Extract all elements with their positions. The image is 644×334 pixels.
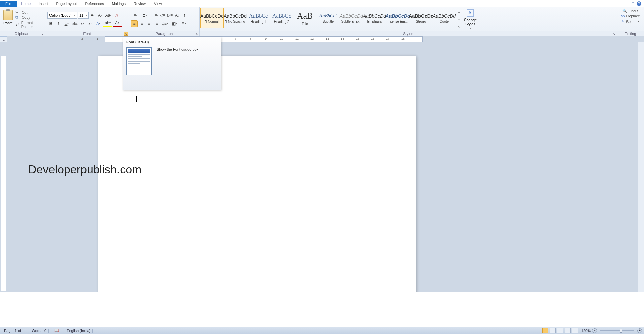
sort-button[interactable]: A↓ (174, 12, 181, 19)
shading-button[interactable]: ◧▾ (170, 20, 179, 27)
paste-button[interactable]: Paste ▾ (2, 10, 14, 29)
cut-button[interactable]: Cut (15, 10, 43, 14)
zoom-in-button[interactable]: + (637, 328, 642, 333)
strikethrough-button[interactable]: abc (72, 20, 78, 27)
change-styles-button[interactable]: A Change Styles ▾ (461, 8, 479, 31)
font-name-combo[interactable]: Calibri (Body)▾ (47, 12, 77, 19)
view-fullscreen-button[interactable] (550, 328, 556, 333)
vertical-scrollbar[interactable] (638, 42, 644, 292)
numbering-button[interactable]: ≣▾ (140, 12, 149, 19)
style-preview: AaBbCcDd (224, 13, 247, 19)
status-page[interactable]: Page: 1 of 1 (2, 329, 26, 333)
horizontal-ruler[interactable]: 21123456789101112131415161718 (7, 36, 644, 42)
status-bar: Page: 1 of 1 Words: 0 📖 English (India) … (0, 327, 644, 334)
decrease-indent-button[interactable]: ◁≡ (159, 12, 166, 19)
increase-indent-button[interactable]: ▷≡ (167, 12, 173, 19)
italic-button[interactable]: I (55, 20, 62, 27)
font-color-button[interactable]: A▾ (113, 20, 122, 27)
text-effects-button[interactable]: A▾ (94, 20, 103, 27)
font-launcher[interactable]: ↘ (124, 32, 128, 36)
styles-more-button[interactable]: ▴ ▾ ⤡ (456, 8, 461, 31)
style-item-subtle-emp-[interactable]: AaBbCcDdSubtle Emp... (340, 8, 363, 28)
tab-file[interactable]: File (0, 1, 17, 7)
style-item--no-spacing[interactable]: AaBbCcDd¶ No Spacing (224, 8, 247, 28)
group-font-label: Font↘ (45, 31, 129, 36)
superscript-button[interactable]: x2 (87, 20, 93, 27)
style-item--normal[interactable]: AaBbCcDd¶ Normal (200, 8, 224, 28)
style-item-emphasis[interactable]: AaBbCcDdEmphasis (363, 8, 386, 28)
format-painter-button[interactable]: Format Painter (15, 21, 43, 29)
minimize-ribbon-icon[interactable]: ⌃ (631, 1, 635, 6)
font-size-combo[interactable]: 11▾ (78, 12, 89, 19)
align-center-button[interactable]: ≡ (138, 20, 145, 27)
align-left-button[interactable]: ≡ (131, 20, 138, 27)
view-outline-button[interactable] (565, 328, 571, 333)
style-item-subtitle[interactable]: AaBbCcISubtitle (316, 8, 340, 28)
ruler-area: L 21123456789101112131415161718 (0, 36, 644, 42)
zoom-level[interactable]: 120% (581, 329, 591, 333)
zoom-out-button[interactable]: − (592, 328, 597, 333)
group-paragraph: ≡▾ ≣▾ ⋮≡▾ ◁≡ ▷≡ A↓ ¶ ≡ ≡ ≡ ≡ ‡≡▾ ◧▾ ⊞▾ (129, 7, 200, 36)
view-draft-button[interactable] (572, 328, 578, 333)
styles-launcher[interactable]: ↘ (612, 32, 616, 36)
style-item-quote[interactable]: AaBbCcDdQuote (433, 8, 456, 28)
change-case-button[interactable]: Aa▾ (104, 12, 113, 19)
font-launcher-tooltip: Font (Ctrl+D) Show the Font dialog box. (123, 37, 221, 90)
style-preview: AaB (297, 11, 313, 21)
find-button[interactable]: 🔍Find▾ (622, 9, 638, 13)
style-item-intense-em-[interactable]: AaBbCcDcIntense Em... (386, 8, 409, 28)
chevron-down-icon: ▾ (86, 14, 87, 17)
group-clipboard-label: Clipboard↘ (0, 31, 45, 36)
zoom-slider[interactable] (600, 330, 634, 331)
style-item-heading-1[interactable]: AaBbCcHeading 1 (247, 8, 270, 28)
vertical-ruler[interactable] (0, 42, 7, 292)
multilevel-list-button[interactable]: ⋮≡▾ (150, 12, 159, 19)
document-page[interactable] (98, 56, 416, 292)
underline-button[interactable]: U▾ (62, 20, 71, 27)
scroll-down-icon[interactable]: ▾ (456, 15, 461, 23)
style-item-heading-2[interactable]: AaBbCcHeading 2 (270, 8, 293, 28)
help-icon[interactable]: ? (637, 1, 641, 6)
tab-references[interactable]: References (81, 1, 108, 7)
replace-button[interactable]: abReplace (621, 14, 640, 18)
tab-review[interactable]: Review (130, 1, 150, 7)
bullets-button[interactable]: ≡▾ (131, 12, 140, 19)
tooltip-title: Font (Ctrl+D) (126, 40, 217, 44)
subscript-button[interactable]: x2 (79, 20, 86, 27)
borders-button[interactable]: ⊞▾ (179, 20, 188, 27)
justify-button[interactable]: ≡ (153, 20, 160, 27)
clipboard-launcher[interactable]: ↘ (40, 32, 44, 36)
status-proofing[interactable]: 📖 (52, 328, 61, 333)
tab-selector[interactable]: L (0, 36, 7, 42)
book-icon: 📖 (54, 328, 59, 332)
scroll-up-icon[interactable]: ▴ (456, 8, 461, 15)
ruler-number: 2 (81, 37, 83, 40)
style-item-strong[interactable]: AaBbCcDcStrong (409, 8, 433, 28)
view-web-layout-button[interactable] (557, 328, 563, 333)
status-words[interactable]: Words: 0 (30, 329, 49, 333)
clear-formatting-button[interactable]: A̷ (113, 12, 120, 19)
view-print-layout-button[interactable] (542, 328, 548, 333)
brush-icon (15, 23, 20, 27)
tab-view[interactable]: View (150, 1, 166, 7)
shrink-font-button[interactable]: A▾ (97, 12, 103, 19)
paragraph-launcher[interactable]: ↘ (195, 32, 199, 36)
align-right-button[interactable]: ≡ (146, 20, 152, 27)
highlight-button[interactable]: ab▾ (103, 20, 112, 27)
copy-button[interactable]: Copy (15, 15, 43, 20)
tab-mailings[interactable]: Mailings (108, 1, 130, 7)
expand-gallery-icon[interactable]: ⤡ (456, 23, 461, 31)
line-spacing-button[interactable]: ‡≡▾ (161, 20, 169, 27)
tab-home[interactable]: Home (17, 1, 35, 7)
tab-page-layout[interactable]: Page Layout (52, 1, 81, 7)
style-item-title[interactable]: AaBTitle (293, 8, 316, 28)
ruler-number: 8 (250, 37, 251, 40)
show-hide-button[interactable]: ¶ (181, 12, 188, 19)
zoom-thumb[interactable] (620, 329, 622, 333)
grow-font-button[interactable]: A▴ (89, 12, 96, 19)
select-button[interactable]: ↖Select▾ (622, 19, 639, 24)
status-language[interactable]: English (India) (65, 329, 93, 333)
find-icon: 🔍 (622, 9, 627, 13)
tab-insert[interactable]: Insert (35, 1, 52, 7)
bold-button[interactable]: B (47, 20, 54, 27)
